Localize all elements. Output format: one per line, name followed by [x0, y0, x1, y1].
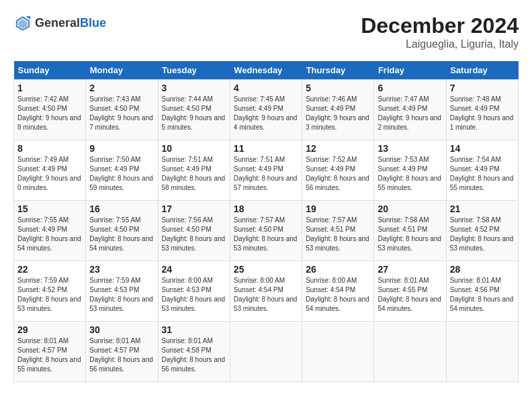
day-number: 2	[89, 83, 154, 93]
cell-text: Sunrise: 7:52 AMSunset: 4:49 PMDaylight:…	[306, 156, 369, 191]
calendar-cell: 13Sunrise: 7:53 AMSunset: 4:49 PMDayligh…	[374, 140, 446, 201]
day-number: 11	[234, 143, 298, 154]
cell-text: Sunrise: 7:45 AMSunset: 4:49 PMDaylight:…	[234, 95, 298, 131]
day-number: 19	[306, 203, 370, 214]
calendar-cell: 16Sunrise: 7:55 AMSunset: 4:50 PMDayligh…	[86, 201, 158, 261]
day-header-saturday: Saturday	[446, 61, 518, 80]
day-number: 20	[378, 203, 442, 214]
cell-text: Sunrise: 7:51 AMSunset: 4:49 PMDaylight:…	[162, 156, 226, 191]
day-number: 26	[306, 264, 370, 275]
day-number: 15	[17, 203, 82, 214]
day-number: 29	[17, 324, 82, 335]
location-title: Laigueglia, Liguria, Italy	[361, 38, 519, 50]
cell-text: Sunrise: 7:46 AMSunset: 4:49 PMDaylight:…	[306, 95, 369, 131]
cell-text: Sunrise: 7:56 AMSunset: 4:50 PMDaylight:…	[162, 216, 226, 252]
day-number: 22	[17, 264, 82, 275]
calendar-cell: 27Sunrise: 8:01 AMSunset: 4:55 PMDayligh…	[374, 261, 446, 322]
cell-text: Sunrise: 7:55 AMSunset: 4:50 PMDaylight:…	[89, 216, 153, 252]
cell-text: Sunrise: 7:59 AMSunset: 4:52 PMDaylight:…	[17, 277, 81, 312]
day-header-wednesday: Wednesday	[230, 61, 302, 80]
calendar-cell: 6Sunrise: 7:47 AMSunset: 4:49 PMDaylight…	[374, 80, 446, 140]
calendar-cell: 20Sunrise: 7:58 AMSunset: 4:51 PMDayligh…	[374, 201, 446, 261]
day-number: 14	[450, 143, 515, 154]
cell-text: Sunrise: 7:57 AMSunset: 4:51 PMDaylight:…	[306, 216, 369, 252]
day-number: 4	[234, 83, 298, 93]
day-number: 28	[450, 264, 515, 275]
day-number: 30	[89, 324, 154, 335]
title-area: December 2024 Laigueglia, Liguria, Italy	[361, 13, 519, 50]
day-number: 7	[450, 83, 515, 93]
day-header-friday: Friday	[374, 61, 446, 80]
cell-text: Sunrise: 7:47 AMSunset: 4:49 PMDaylight:…	[378, 95, 441, 131]
calendar-cell: 25Sunrise: 8:00 AMSunset: 4:54 PMDayligh…	[230, 261, 302, 322]
cell-text: Sunrise: 7:59 AMSunset: 4:53 PMDaylight:…	[89, 277, 153, 312]
logo-blue: Blue	[80, 16, 106, 30]
day-number: 13	[378, 143, 442, 154]
calendar-cell	[302, 322, 374, 382]
day-number: 8	[17, 143, 82, 154]
cell-text: Sunrise: 7:43 AMSunset: 4:50 PMDaylight:…	[89, 95, 153, 131]
cell-text: Sunrise: 8:00 AMSunset: 4:54 PMDaylight:…	[306, 277, 369, 312]
cell-text: Sunrise: 7:54 AMSunset: 4:49 PMDaylight:…	[450, 156, 514, 191]
day-number: 31	[162, 324, 226, 335]
cell-text: Sunrise: 7:57 AMSunset: 4:50 PMDaylight:…	[234, 216, 298, 252]
calendar-cell: 21Sunrise: 7:58 AMSunset: 4:52 PMDayligh…	[446, 201, 518, 261]
cell-text: Sunrise: 8:01 AMSunset: 4:55 PMDaylight:…	[378, 277, 441, 312]
calendar-cell: 18Sunrise: 7:57 AMSunset: 4:50 PMDayligh…	[230, 201, 302, 261]
cell-text: Sunrise: 8:01 AMSunset: 4:56 PMDaylight:…	[450, 277, 514, 312]
logo-icon	[13, 13, 32, 32]
day-number: 27	[378, 264, 442, 275]
day-header-sunday: Sunday	[14, 61, 86, 80]
calendar-cell: 2Sunrise: 7:43 AMSunset: 4:50 PMDaylight…	[86, 80, 158, 140]
day-number: 10	[162, 143, 226, 154]
calendar-cell: 9Sunrise: 7:50 AMSunset: 4:49 PMDaylight…	[86, 140, 158, 201]
calendar-cell: 19Sunrise: 7:57 AMSunset: 4:51 PMDayligh…	[302, 201, 374, 261]
calendar-cell: 23Sunrise: 7:59 AMSunset: 4:53 PMDayligh…	[86, 261, 158, 322]
cell-text: Sunrise: 8:01 AMSunset: 4:57 PMDaylight:…	[17, 337, 81, 373]
cell-text: Sunrise: 7:55 AMSunset: 4:49 PMDaylight:…	[17, 216, 81, 252]
week-row-3: 15Sunrise: 7:55 AMSunset: 4:49 PMDayligh…	[14, 201, 519, 261]
calendar-cell: 5Sunrise: 7:46 AMSunset: 4:49 PMDaylight…	[302, 80, 374, 140]
cell-text: Sunrise: 8:01 AMSunset: 4:58 PMDaylight:…	[162, 337, 226, 373]
calendar-cell: 7Sunrise: 7:48 AMSunset: 4:49 PMDaylight…	[446, 80, 518, 140]
cell-text: Sunrise: 7:58 AMSunset: 4:52 PMDaylight:…	[450, 216, 514, 252]
calendar-cell	[446, 322, 518, 382]
calendar-cell: 28Sunrise: 8:01 AMSunset: 4:56 PMDayligh…	[446, 261, 518, 322]
cell-text: Sunrise: 7:58 AMSunset: 4:51 PMDaylight:…	[378, 216, 441, 252]
calendar-cell: 3Sunrise: 7:44 AMSunset: 4:50 PMDaylight…	[158, 80, 230, 140]
cell-text: Sunrise: 8:00 AMSunset: 4:53 PMDaylight:…	[162, 277, 226, 312]
cell-text: Sunrise: 7:50 AMSunset: 4:49 PMDaylight:…	[89, 156, 153, 191]
calendar-cell: 8Sunrise: 7:49 AMSunset: 4:49 PMDaylight…	[14, 140, 86, 201]
calendar-cell: 11Sunrise: 7:51 AMSunset: 4:49 PMDayligh…	[230, 140, 302, 201]
day-header-thursday: Thursday	[302, 61, 374, 80]
cell-text: Sunrise: 7:42 AMSunset: 4:50 PMDaylight:…	[17, 95, 81, 131]
day-number: 6	[378, 83, 442, 93]
cell-text: Sunrise: 7:53 AMSunset: 4:49 PMDaylight:…	[378, 156, 441, 191]
calendar-cell: 14Sunrise: 7:54 AMSunset: 4:49 PMDayligh…	[446, 140, 518, 201]
day-number: 12	[306, 143, 370, 154]
day-number: 3	[162, 83, 226, 93]
calendar-cell: 26Sunrise: 8:00 AMSunset: 4:54 PMDayligh…	[302, 261, 374, 322]
day-number: 25	[234, 264, 298, 275]
logo: GeneralBlue	[13, 13, 106, 32]
day-number: 21	[450, 203, 515, 214]
calendar-cell: 24Sunrise: 8:00 AMSunset: 4:53 PMDayligh…	[158, 261, 230, 322]
day-number: 1	[17, 83, 82, 93]
cell-text: Sunrise: 7:49 AMSunset: 4:49 PMDaylight:…	[17, 156, 81, 191]
calendar-cell: 4Sunrise: 7:45 AMSunset: 4:49 PMDaylight…	[230, 80, 302, 140]
cell-text: Sunrise: 7:48 AMSunset: 4:49 PMDaylight:…	[450, 95, 514, 131]
calendar-cell: 22Sunrise: 7:59 AMSunset: 4:52 PMDayligh…	[14, 261, 86, 322]
cell-text: Sunrise: 7:51 AMSunset: 4:49 PMDaylight:…	[234, 156, 298, 191]
calendar-body: 1Sunrise: 7:42 AMSunset: 4:50 PMDaylight…	[14, 80, 519, 382]
day-number: 16	[89, 203, 154, 214]
calendar-cell: 30Sunrise: 8:01 AMSunset: 4:57 PMDayligh…	[86, 322, 158, 382]
calendar-cell: 15Sunrise: 7:55 AMSunset: 4:49 PMDayligh…	[14, 201, 86, 261]
calendar-cell: 29Sunrise: 8:01 AMSunset: 4:57 PMDayligh…	[14, 322, 86, 382]
day-number: 24	[162, 264, 226, 275]
calendar-header-row: SundayMondayTuesdayWednesdayThursdayFrid…	[14, 61, 519, 80]
day-number: 17	[162, 203, 226, 214]
week-row-5: 29Sunrise: 8:01 AMSunset: 4:57 PMDayligh…	[14, 322, 519, 382]
week-row-4: 22Sunrise: 7:59 AMSunset: 4:52 PMDayligh…	[14, 261, 519, 322]
header: GeneralBlue December 2024 Laigueglia, Li…	[13, 13, 519, 50]
day-number: 18	[234, 203, 298, 214]
